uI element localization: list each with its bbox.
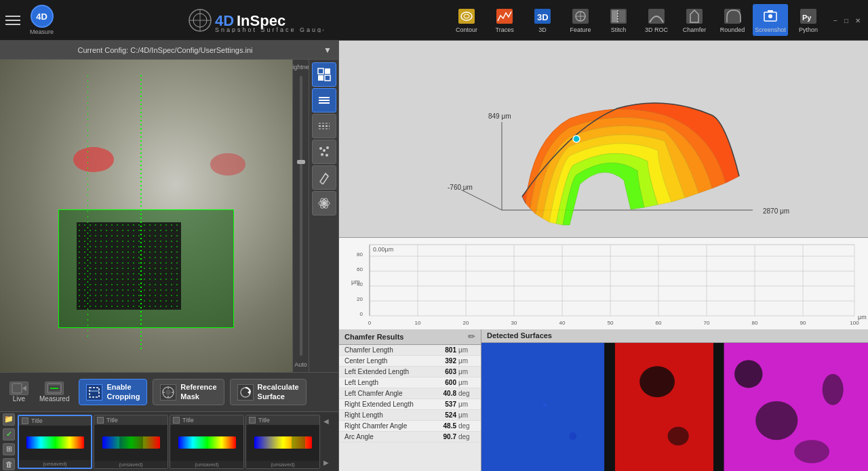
svg-rect-22 [686,9,703,24]
tool-chamfer[interactable]: Chamfer [677,4,712,36]
tool-3d[interactable]: 3D 3D [525,4,560,36]
bottom-panels: Chamfer Results ✏ Chamfer Length 801 μm … [339,329,868,471]
svg-text:0: 0 [368,320,372,326]
svg-text:2870 μm: 2870 μm [763,207,789,215]
thumb-header-0: Title [19,416,91,426]
chamfer-row-label-1: Center Length [344,357,429,365]
thumb-image-2 [170,425,243,461]
thumb-checkbox-0[interactable] [22,417,28,424]
brightness-track[interactable] [300,76,302,356]
live-button[interactable]: Live [5,380,33,405]
tool-feature[interactable]: Feature [563,4,598,36]
surfaces-svg [481,343,868,471]
crop-label: EnableCropping [106,383,140,401]
tool-pencil-btn[interactable] [312,165,336,190]
recalculate-surface-label: RecalculateSurface [258,383,299,401]
svg-line-48 [326,173,328,176]
svg-rect-53 [12,384,22,393]
contour-label: Contour [456,26,477,33]
svg-rect-18 [612,10,618,22]
tool-contour[interactable]: Contour [449,4,484,36]
svg-text:μm: μm [351,279,360,285]
scan-dots-svg [77,222,181,310]
svg-point-46 [321,153,323,156]
tool-grid-btn[interactable] [312,62,336,87]
svg-marker-67 [248,390,250,394]
thumbnail-row: 📁 ✓ ⊞ 🗑 Title (unsaved) [0,411,338,471]
camera-view[interactable] [0,60,292,372]
measured-button[interactable]: Measured [35,380,73,405]
recalculate-surface-button[interactable]: RecalculateSurface [230,379,307,405]
close-button[interactable]: ✕ [853,16,863,25]
maximize-button[interactable]: □ [842,16,850,25]
tool-stitch[interactable]: Stitch [601,4,636,36]
thumb-checkbox-2[interactable] [173,417,180,424]
tool-rounded[interactable]: Rounded [715,4,750,36]
thumb-scroll-left[interactable]: ◀ [323,417,329,425]
svg-point-130 [542,403,547,407]
thumb-add-btn[interactable]: 📁 [3,413,15,426]
config-dropdown-arrow[interactable]: ▼ [323,45,332,55]
surfaces-header: Detected Surfaces [481,329,868,343]
thumb-checkbox-1[interactable] [97,417,104,424]
chamfer-row-unit-1: μm [456,357,475,365]
auto-label: Auto [294,361,307,368]
svg-rect-33 [318,68,323,74]
view-3d-canvas: 2870 μm -760 μm 849 μm [339,41,868,237]
tool-scatter-btn[interactable] [312,140,336,164]
tool-atom-btn[interactable] [312,191,336,216]
3droc-icon [646,7,667,26]
svg-point-47 [326,154,328,157]
live-icon [9,382,28,395]
thumb-compare-btn[interactable]: ⊞ [3,443,15,455]
svg-rect-19 [619,10,625,22]
3d-icon: 3D [532,7,553,26]
chamfer-row-value-6: 524 [429,411,456,419]
menu-button[interactable] [5,11,24,30]
3d-label: 3D [538,26,547,33]
thumb-label-1: (unsaved) [94,461,167,468]
thumbnail-item-2[interactable]: Title (unsaved) [170,415,244,469]
svg-point-127 [755,401,797,440]
tool-dashed-btn[interactable] [312,114,336,138]
recalc-icon [237,384,254,401]
tool-python[interactable]: Py Python [791,4,826,36]
stitch-icon [608,7,629,26]
tool-lines-btn[interactable] [312,88,336,112]
svg-rect-119 [481,343,604,471]
svg-rect-124 [713,343,724,471]
svg-rect-71 [178,436,236,449]
svg-text:849 μm: 849 μm [488,112,511,120]
thumb-image-0 [19,426,91,460]
thumb-scroll-right[interactable]: ▶ [323,459,329,466]
thumbnail-item-3[interactable]: Title (unsaved) [245,415,320,469]
svg-text:-760 μm: -760 μm [448,184,473,191]
tool-traces[interactable]: Traces [487,4,522,36]
tool-screenshot[interactable]: Screenshot [753,4,788,36]
detected-surfaces-panel: Detected Surfaces [481,329,868,471]
thumb-checkbox-3[interactable] [249,417,256,424]
thumb-check-btn[interactable]: ✓ [3,428,15,441]
python-icon: Py [798,7,818,26]
tool-3droc[interactable]: 3D ROC [639,4,674,36]
rounded-label: Rounded [720,26,745,33]
thumb-delete-btn[interactable]: 🗑 [3,458,15,470]
thumb-scroll: ◀ ▶ [321,415,331,469]
chamfer-edit-button[interactable]: ✏ [468,331,475,342]
brightness-thumb[interactable] [297,160,305,164]
screenshot-icon [760,7,781,26]
svg-text:60: 60 [357,266,363,272]
thumbnail-item-0[interactable]: Title (unsaved) [18,415,92,469]
enable-cropping-button[interactable]: EnableCropping [79,379,147,405]
chamfer-label: Chamfer [683,26,707,33]
reference-mask-button[interactable]: ReferenceMask [153,379,224,405]
traces-icon [494,7,515,26]
svg-point-126 [734,360,762,388]
chamfer-row-0: Chamfer Length 801 μm [339,345,481,356]
svg-rect-70 [119,436,143,449]
chamfer-row-value-2: 603 [429,368,456,375]
minimize-button[interactable]: − [831,16,840,25]
svg-rect-121 [615,343,713,471]
thumbnail-item-1[interactable]: Title (unsaved) [94,415,168,469]
chamfer-row-value-5: 537 [429,401,456,408]
